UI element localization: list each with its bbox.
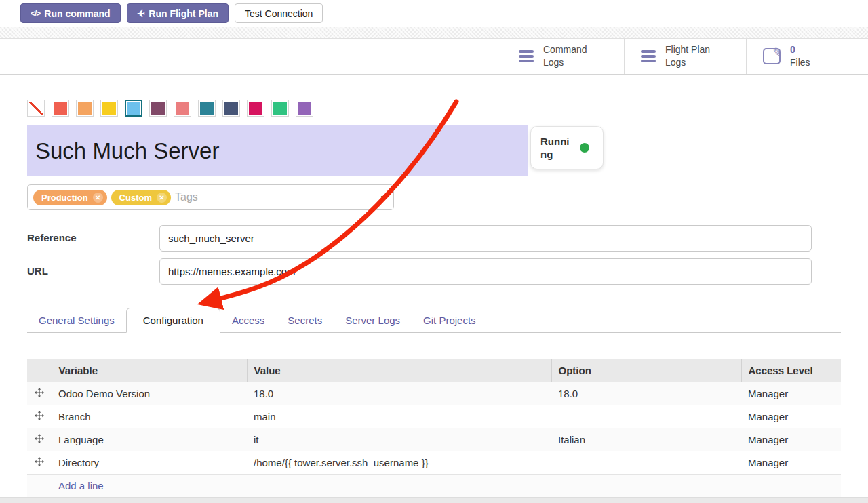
cell-value[interactable]: main [247,405,551,428]
cell-variable[interactable]: Language [52,428,247,451]
color-swatch-dark-purple[interactable] [149,100,167,117]
color-swatch-dark-blue[interactable] [222,100,240,117]
cell-option[interactable] [551,451,741,474]
test-connection-button[interactable]: Test Connection [235,3,323,23]
tags-field[interactable]: Production ✕ Custom ✕ Tags ▾ [27,184,394,210]
cell-value[interactable]: it [247,428,551,451]
color-swatch-green[interactable] [271,100,289,117]
files-button[interactable]: ✎ 0 Files [746,39,868,74]
cell-value[interactable]: 18.0 [247,382,551,405]
reference-input[interactable] [159,225,812,252]
files-label: Files [790,56,810,69]
edit-square-icon: ✎ [763,48,781,64]
table-row[interactable]: Language it Italian Manager [27,428,841,451]
list-icon [519,50,534,62]
chevron-down-icon[interactable]: ▾ [381,193,385,202]
cell-value[interactable]: /home/{{ tower.server.ssh_username }} [247,451,551,474]
tab-secrets[interactable]: Secrets [276,308,334,332]
run-flight-plan-button[interactable]: ✈ Run Flight Plan [127,3,229,23]
list-icon [641,50,656,62]
table-row[interactable]: Odoo Demo Version 18.0 18.0 Manager [27,382,841,405]
tags-placeholder: Tags [175,191,198,203]
color-swatch-none[interactable] [27,100,45,117]
cell-option[interactable]: 18.0 [551,382,741,405]
tab-configuration[interactable]: Configuration [126,308,220,333]
server-title-field[interactable]: Such Much Server [27,125,528,176]
run-flight-plan-label: Run Flight Plan [149,8,218,19]
configuration-table: Variable Value Option Access Level Odoo … [27,359,841,497]
remove-tag-icon[interactable]: ✕ [93,193,103,203]
notebook-tabs: General Settings Configuration Access Se… [27,307,841,333]
sheet-bottom-edge [0,497,868,503]
add-line-link[interactable]: Add a line [52,474,841,497]
color-swatch-yellow[interactable] [100,100,118,117]
color-swatch-purple[interactable] [296,100,313,117]
cell-variable[interactable]: Odoo Demo Version [52,382,247,405]
remove-tag-icon[interactable]: ✕ [157,193,167,203]
plane-icon: ✈ [137,8,145,19]
status-card[interactable]: Running [530,126,604,169]
tab-access[interactable]: Access [220,308,276,332]
status-label: Running [540,135,573,161]
form-sheet: Such Much Server Running Production ✕ Cu… [0,75,868,503]
drag-handle-icon[interactable] [27,382,52,405]
top-action-bar: </> Run command ✈ Run Flight Plan Test C… [0,0,868,27]
drag-handle-icon[interactable] [27,405,52,428]
tag-label: Custom [119,193,152,203]
handle-spacer [27,474,52,497]
color-swatch-fuchsia[interactable] [247,100,264,117]
add-line-row[interactable]: Add a line [27,474,841,497]
table-row[interactable]: Branch main Manager [27,405,841,428]
color-palette [27,100,313,117]
command-logs-label: Command Logs [543,43,601,69]
drag-handle-icon[interactable] [27,451,52,474]
cell-access-level[interactable]: Manager [741,405,841,428]
handle-column-header [27,359,52,382]
url-label: URL [27,265,48,277]
tab-general-settings[interactable]: General Settings [27,308,126,332]
drag-handle-icon[interactable] [27,428,52,451]
page: </> Run command ✈ Run Flight Plan Test C… [0,0,868,503]
cell-variable[interactable]: Directory [52,451,247,474]
test-connection-label: Test Connection [245,8,313,19]
form-header: Command Logs Flight Plan Logs ✎ 0 Files [0,39,868,75]
code-icon: </> [31,9,40,18]
table-header-row: Variable Value Option Access Level [27,359,841,382]
reference-label: Reference [27,232,77,243]
command-logs-button[interactable]: Command Logs [502,39,624,74]
files-count: 0 [790,43,810,56]
flight-plan-logs-button[interactable]: Flight Plan Logs [624,39,746,74]
url-input[interactable] [159,258,812,285]
column-header-value[interactable]: Value [247,359,551,382]
cell-access-level[interactable]: Manager [741,382,841,405]
column-header-option[interactable]: Option [551,359,741,382]
color-swatch-light-blue[interactable] [125,100,142,117]
tab-git-projects[interactable]: Git Projects [412,308,488,332]
cell-option[interactable]: Italian [551,428,741,451]
cell-access-level[interactable]: Manager [741,451,841,474]
color-swatch-teal[interactable] [198,100,216,117]
tag-custom[interactable]: Custom ✕ [111,190,171,205]
color-swatch-red[interactable] [52,100,69,117]
table-row[interactable]: Directory /home/{{ tower.server.ssh_user… [27,451,841,474]
color-swatch-orange[interactable] [76,100,94,117]
run-command-button[interactable]: </> Run command [20,3,121,23]
divider-band [0,27,868,39]
server-title: Such Much Server [35,138,219,164]
run-command-label: Run command [44,8,110,19]
cell-variable[interactable]: Branch [52,405,247,428]
color-swatch-salmon[interactable] [174,100,191,117]
column-header-variable[interactable]: Variable [52,359,247,382]
status-dot [580,143,589,153]
column-header-access-level[interactable]: Access Level [741,359,841,382]
flight-plan-logs-label: Flight Plan Logs [665,43,724,69]
tag-production[interactable]: Production ✕ [33,190,107,205]
cell-option[interactable] [551,405,741,428]
tab-server-logs[interactable]: Server Logs [334,308,412,332]
cell-access-level[interactable]: Manager [741,428,841,451]
tag-label: Production [41,193,88,203]
